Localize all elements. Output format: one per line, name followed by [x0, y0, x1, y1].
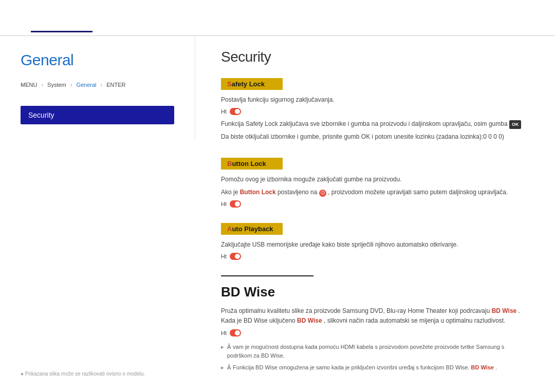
button-lock-row1: Ht [221, 200, 529, 208]
button-lock-header: Button Lock [221, 158, 283, 170]
auto-playback-header: Auto Playback [221, 223, 283, 235]
bd-wise-divider [221, 275, 313, 276]
breadcrumb-system: System [47, 82, 66, 88]
button-highlight: B [227, 160, 232, 167]
button-lock-desc2: Ako je Button Lock postavljeno na ⓘ , pr… [221, 188, 529, 197]
top-bar-accent [31, 31, 92, 32]
safety-lock-desc1: Postavlja funkciju sigurnog zaključavanj… [221, 95, 529, 105]
breadcrumb: MENU › System › General › ENTER [21, 82, 174, 88]
main-container: General MENU › System › General › ENTER … [0, 36, 555, 392]
bd-wise-bullet-1: Ȁ vam je mogućnost dostupna kada pomoću … [221, 343, 529, 361]
feature-button-lock: Button Lock Pomožu ovog je izbornika mog… [221, 158, 529, 208]
button-lock-label: Button Lock [227, 160, 266, 167]
breadcrumb-sep-2: › [70, 82, 72, 88]
nav-item-security[interactable]: Security [21, 106, 174, 124]
right-panel: Security Safety Lock Postavlja funkciju … [195, 36, 555, 392]
ht-label-4: Ht [221, 330, 227, 336]
breadcrumb-enter: ENTER [106, 82, 125, 88]
safety-lock-header: Safety Lock [221, 78, 283, 90]
ht-label-3: Ht [221, 253, 227, 259]
on-off-toggle-3 [230, 253, 241, 260]
breadcrumb-menu: MENU [21, 82, 37, 88]
page-title: General [21, 51, 174, 69]
left-panel: General MENU › System › General › ENTER … [0, 36, 195, 140]
bd-wise-inline-2: BD Wise [297, 317, 322, 324]
on-off-toggle-1 [230, 108, 241, 115]
ht-label-2: Ht [221, 201, 227, 207]
safety-lock-row1: Ht [221, 108, 529, 115]
button-lock-desc1: Pomožu ovog je izbornika moguže zaključa… [221, 175, 529, 184]
bd-wise-desc1: Pruža optimalnu kvalitetu slike za proiz… [221, 306, 529, 326]
feature-safety-lock: Safety Lock Postavlja funkciju sigurnog … [221, 78, 529, 142]
safety-lock-desc2: Funkcija Safety Lock zaključava sve izbo… [221, 119, 529, 129]
bd-wise-bullet-2: Ȁ Funkcija BD Wise omogužena je samo kad… [221, 363, 529, 372]
bd-wise-row1: Ht [221, 329, 529, 337]
on-off-toggle-2 [230, 200, 241, 208]
bd-wise-inline-1: BD Wise [492, 307, 517, 314]
bd-wise-title: BD Wise [221, 284, 529, 300]
bd-wise-bullets: Ȁ vam je mogućnost dostupna kada pomoću … [221, 343, 529, 372]
breadcrumb-general: General [76, 82, 96, 88]
safety-lock-label: Safety Lock [227, 80, 265, 88]
nav-menu: Security [21, 106, 174, 124]
safety-highlight: S [227, 80, 232, 88]
left-panel-wrapper: General MENU › System › General › ENTER … [0, 36, 195, 392]
top-bar [0, 0, 555, 36]
bd-wise-inline-3: BD Wise [471, 364, 494, 370]
info-icon-1: ⓘ [319, 190, 326, 197]
ok-badge-1: OK [509, 120, 522, 128]
feature-auto-playback: Auto Playback Zaključajte USB memorijske… [221, 223, 529, 260]
safety-lock-desc3: Da biste otključali izbornike i gumbe, p… [221, 132, 529, 142]
button-lock-inline: Button Lock [240, 189, 276, 196]
auto-playback-label: Auto Playback [227, 225, 273, 233]
auto-playback-row1: Ht [221, 253, 529, 260]
footnote: ● Prikazana slika može se razlikovati ov… [21, 371, 175, 377]
section-title: Security [221, 49, 529, 65]
breadcrumb-sep-3: › [101, 82, 103, 88]
on-off-toggle-4 [230, 329, 241, 337]
ht-label-1: Ht [221, 108, 227, 115]
feature-bd-wise: BD Wise Pruža optimalnu kvalitetu slike … [221, 275, 529, 372]
breadcrumb-sep-1: › [41, 82, 43, 88]
auto-highlight: A [227, 225, 232, 233]
auto-playback-desc1: Zaključajte USB memorijske uređaje kako … [221, 240, 529, 250]
